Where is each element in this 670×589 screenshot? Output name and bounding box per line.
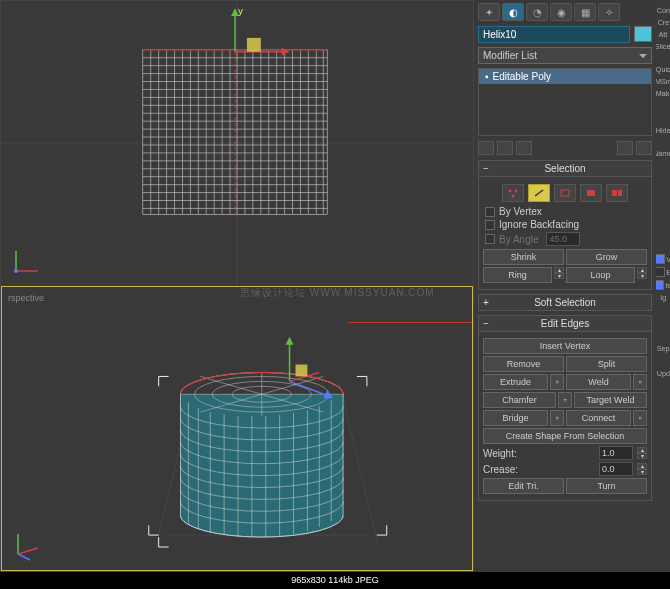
weight-down-icon[interactable]: ▾ — [637, 453, 647, 459]
modifier-stack[interactable]: ▪ Editable Poly — [478, 68, 652, 136]
svg-line-88 — [18, 554, 30, 560]
modifier-list-label: Modifier List — [483, 50, 537, 61]
split-button[interactable]: Split — [566, 356, 647, 372]
bridge-settings-button[interactable]: ▫ — [550, 410, 564, 426]
bridge-button[interactable]: Bridge — [483, 410, 548, 426]
chamfer-settings-button[interactable]: ▫ — [558, 392, 572, 408]
tab-display-icon[interactable]: ▦ — [574, 3, 596, 21]
connect-settings-button[interactable]: ▫ — [633, 410, 647, 426]
command-panel: ✦ ◐ ◔ ◉ ▦ ✧ Modifier List ▪ Editable Pol… — [474, 0, 656, 572]
tab-hierarchy-icon[interactable]: ◔ — [526, 3, 548, 21]
axis-gizmo-bottom — [10, 526, 46, 562]
pin-stack-icon[interactable] — [478, 141, 494, 155]
tab-modify-icon[interactable]: ◐ — [502, 3, 524, 21]
by-angle-input[interactable] — [546, 232, 580, 246]
shrink-button[interactable]: Shrink — [483, 249, 564, 265]
rollout-selection-header[interactable]: −Selection — [478, 160, 652, 177]
side-check-e[interactable] — [656, 267, 665, 277]
svg-rect-92 — [561, 190, 569, 196]
footer-imageinfo: 965x830 114kb JPEG — [0, 572, 670, 589]
rollout-edit-edges-header[interactable]: −Edit Edges — [478, 315, 652, 332]
viewport-label-bottom: rspective — [8, 293, 44, 303]
svg-rect-94 — [612, 190, 617, 196]
rollout-soft-selection-header[interactable]: +Soft Selection — [478, 294, 652, 311]
svg-rect-93 — [587, 190, 595, 196]
weld-button[interactable]: Weld — [566, 374, 631, 390]
axis-gizmo-top — [10, 241, 46, 277]
annotation-arrow — [348, 322, 473, 323]
remove-modifier-icon[interactable] — [617, 141, 633, 155]
target-weld-button[interactable]: Target Weld — [574, 392, 647, 408]
turn-button[interactable]: Turn — [566, 478, 647, 494]
ring-down-icon[interactable]: ▾ — [554, 273, 564, 279]
configure-sets-icon[interactable] — [636, 141, 652, 155]
stack-item-editable-poly[interactable]: ▪ Editable Poly — [479, 69, 651, 84]
viewport-front[interactable]: y — [1, 1, 473, 286]
loop-button[interactable]: Loop — [566, 267, 635, 283]
extrude-button[interactable]: Extrude — [483, 374, 548, 390]
remove-button[interactable]: Remove — [483, 356, 564, 372]
crease-input[interactable] — [599, 462, 633, 476]
ring-button[interactable]: Ring — [483, 267, 552, 283]
by-angle-checkbox[interactable] — [485, 234, 495, 244]
by-vertex-checkbox[interactable] — [485, 207, 495, 217]
show-end-result-icon[interactable] — [497, 141, 513, 155]
weld-settings-button[interactable]: ▫ — [633, 374, 647, 390]
insert-vertex-button[interactable]: Insert Vertex — [483, 338, 647, 354]
svg-rect-52 — [247, 38, 261, 52]
weight-input[interactable] — [599, 446, 633, 460]
loop-down-icon[interactable]: ▾ — [637, 273, 647, 279]
object-name-input[interactable] — [478, 26, 630, 43]
crease-down-icon[interactable]: ▾ — [637, 469, 647, 475]
svg-point-89 — [509, 190, 512, 193]
subobj-edge-icon[interactable] — [528, 184, 550, 202]
tab-motion-icon[interactable]: ◉ — [550, 3, 572, 21]
make-unique-icon[interactable] — [516, 141, 532, 155]
svg-line-87 — [18, 548, 38, 554]
grow-button[interactable]: Grow — [566, 249, 647, 265]
side-check-v[interactable] — [656, 254, 665, 264]
ignore-backfacing-checkbox[interactable] — [485, 220, 495, 230]
edit-tri-button[interactable]: Edit Tri. — [483, 478, 564, 494]
svg-text:y: y — [238, 5, 243, 16]
modifier-list-dropdown[interactable]: Modifier List — [478, 47, 652, 64]
svg-point-56 — [14, 269, 18, 273]
side-check-is[interactable] — [656, 280, 664, 290]
tab-create-icon[interactable]: ✦ — [478, 3, 500, 21]
svg-rect-85 — [296, 365, 308, 377]
svg-point-90 — [515, 190, 518, 193]
subobj-border-icon[interactable] — [554, 184, 576, 202]
secondary-panel-strip: Con Cre Att Slice Quic MSm Mak Hide Name… — [656, 0, 670, 572]
subobj-polygon-icon[interactable] — [580, 184, 602, 202]
svg-line-59 — [339, 382, 379, 548]
connect-button[interactable]: Connect — [566, 410, 631, 426]
chamfer-button[interactable]: Chamfer — [483, 392, 556, 408]
extrude-settings-button[interactable]: ▫ — [550, 374, 564, 390]
viewport-perspective[interactable]: rspective — [1, 286, 473, 571]
object-color-swatch[interactable] — [634, 26, 652, 42]
svg-point-91 — [512, 195, 515, 198]
svg-rect-95 — [618, 190, 622, 196]
expand-icon: ▪ — [485, 71, 489, 82]
svg-marker-51 — [282, 48, 290, 56]
tab-utilities-icon[interactable]: ✧ — [598, 3, 620, 21]
subobj-element-icon[interactable] — [606, 184, 628, 202]
svg-marker-81 — [286, 337, 294, 345]
chevron-down-icon — [639, 54, 647, 58]
stack-item-label: Editable Poly — [493, 71, 551, 82]
create-shape-button[interactable]: Create Shape From Selection — [483, 428, 647, 444]
subobj-vertex-icon[interactable] — [502, 184, 524, 202]
